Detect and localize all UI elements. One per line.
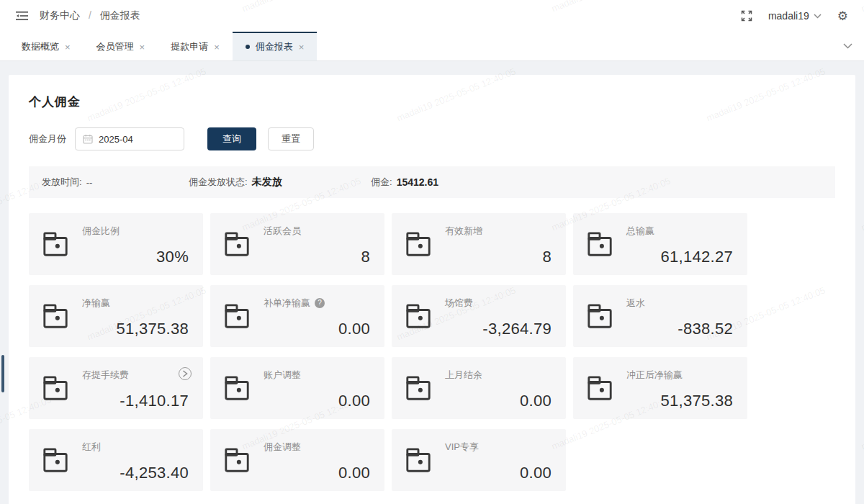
tab-bar: 数据概览×会员管理×提款申请×佣金报表× — [0, 32, 864, 61]
stat-card-value: 51,375.38 — [660, 392, 733, 410]
stat-card-grid: 佣金比例 ? 30% 活跃会员 ? 8 有效新增 ? — [29, 213, 835, 491]
wallet-icon — [586, 230, 613, 258]
issue-time: 发放时间: -- — [29, 176, 176, 189]
stat-card-label: 场馆费 — [445, 297, 473, 310]
stat-card-label: 净输赢 — [82, 297, 110, 310]
stat-card: 返水 ? -838.52 — [573, 285, 747, 347]
issue-status-label: 佣金发放状态: — [189, 176, 248, 189]
stat-card-label: 冲正后净输赢 — [626, 369, 683, 382]
tab-label: 提款申请 — [171, 40, 208, 53]
tab-close-icon[interactable]: × — [140, 42, 145, 52]
stat-card-value: 0.00 — [338, 320, 370, 338]
wallet-icon — [42, 230, 69, 258]
stat-card-label: 返水 — [626, 297, 645, 310]
month-picker[interactable]: 2025-04 — [75, 127, 184, 150]
tab-close-icon[interactable]: × — [214, 42, 220, 52]
wallet-icon — [405, 302, 432, 330]
stat-card-label: 补单净输赢 — [264, 297, 310, 310]
commission-value: 15412.61 — [397, 176, 438, 188]
stat-card-value: 0.00 — [520, 464, 552, 482]
stat-card-value: -4,253.40 — [120, 464, 189, 482]
chevron-down-icon — [814, 14, 822, 19]
fullscreen-icon[interactable] — [741, 10, 752, 22]
commission-panel: 个人佣金 佣金月份 2025-04 查询 重置 发放时间: -- — [9, 75, 855, 504]
stat-card-value: 8 — [542, 248, 552, 266]
menu-fold-icon[interactable] — [16, 11, 28, 21]
tab-1[interactable]: 会员管理× — [84, 32, 158, 60]
stat-card: 佣金比例 ? 30% — [29, 213, 203, 275]
stat-card-label: VIP专享 — [445, 441, 479, 454]
wallet-icon — [223, 302, 251, 330]
issue-time-value: -- — [86, 177, 93, 188]
stat-card-value: -1,410.17 — [120, 392, 189, 410]
wallet-icon — [405, 230, 432, 258]
stat-card-label: 总输赢 — [626, 225, 654, 238]
tabbar-chevron-down-icon[interactable] — [843, 32, 852, 60]
summary-bar: 发放时间: -- 佣金发放状态: 未发放 佣金: 15412.61 — [29, 166, 835, 198]
wallet-icon — [42, 302, 69, 330]
wallet-icon — [586, 374, 613, 402]
top-bar: 财务中心 / 佣金报表 madali19 ⚙ — [0, 0, 864, 32]
content-background: 个人佣金 佣金月份 2025-04 查询 重置 发放时间: -- — [0, 62, 864, 504]
stat-card-value: 8 — [361, 248, 370, 266]
tab-label: 数据概览 — [22, 40, 59, 53]
help-icon[interactable]: ? — [315, 298, 325, 308]
issue-status-value: 未发放 — [252, 176, 282, 189]
stat-card-label: 红利 — [82, 441, 101, 454]
stat-card-value: -838.52 — [678, 320, 733, 338]
filter-form: 佣金月份 2025-04 查询 重置 — [29, 127, 835, 150]
tab-close-icon[interactable]: × — [299, 42, 305, 52]
stat-card: 红利 ? -4,253.40 — [29, 429, 203, 491]
stat-card-label: 佣金调整 — [264, 441, 301, 454]
stat-card-value: 61,142.27 — [660, 248, 733, 266]
stat-card-label: 佣金比例 — [82, 225, 120, 238]
tab-label: 会员管理 — [96, 40, 134, 53]
gear-icon[interactable]: ⚙ — [837, 10, 848, 22]
issue-time-label: 发放时间: — [42, 176, 82, 189]
stat-card-label: 有效新增 — [445, 225, 482, 238]
stat-card: 活跃会员 ? 8 — [210, 213, 384, 275]
breadcrumb: 财务中心 / 佣金报表 — [40, 9, 140, 22]
query-button[interactable]: 查询 — [207, 127, 256, 150]
stat-card: 净输赢 ? 51,375.38 — [29, 285, 203, 347]
tab-0[interactable]: 数据概览× — [9, 32, 84, 60]
calendar-icon — [83, 134, 93, 144]
stat-card-value: 51,375.38 — [116, 320, 189, 338]
tab-2[interactable]: 提款申请× — [158, 32, 233, 60]
active-tab-dot — [246, 45, 250, 49]
wallet-icon — [223, 230, 251, 258]
expand-icon[interactable] — [179, 367, 192, 380]
stat-card: VIP专享 ? 0.00 — [392, 429, 566, 491]
breadcrumb-current: 佣金报表 — [100, 9, 140, 21]
reset-button[interactable]: 重置 — [268, 127, 314, 150]
commission-label: 佣金: — [371, 176, 392, 189]
wallet-icon — [223, 374, 251, 402]
wallet-icon — [405, 374, 432, 402]
wallet-icon — [586, 302, 613, 330]
stat-card: 上月结余 ? 0.00 — [392, 357, 566, 419]
user-menu[interactable]: madali19 — [768, 10, 822, 22]
stat-card: 账户调整 ? 0.00 — [210, 357, 384, 419]
stat-card: 补单净输赢 ? 0.00 — [210, 285, 384, 347]
breadcrumb-separator: / — [89, 9, 91, 21]
stat-card-value: 30% — [156, 248, 189, 266]
tab-close-icon[interactable]: × — [65, 42, 71, 52]
stat-card: 存提手续费 ? -1,410.17 — [29, 357, 203, 419]
tab-label: 佣金报表 — [256, 40, 293, 53]
page-title: 个人佣金 — [9, 75, 855, 110]
wallet-icon — [42, 374, 69, 402]
stat-card-label: 存提手续费 — [82, 369, 129, 382]
stat-card-label: 活跃会员 — [264, 225, 301, 238]
stat-card: 冲正后净输赢 ? 51,375.38 — [573, 357, 747, 419]
left-scroll-indicator[interactable] — [1, 355, 4, 392]
wallet-icon — [42, 446, 69, 474]
stat-card-value: 0.00 — [338, 392, 370, 410]
stat-card-label: 账户调整 — [264, 369, 301, 382]
stat-card-value: 0.00 — [520, 392, 552, 410]
stat-card-value: 0.00 — [338, 464, 370, 482]
username: madali19 — [768, 10, 809, 22]
breadcrumb-parent[interactable]: 财务中心 — [40, 9, 80, 21]
wallet-icon — [223, 446, 251, 474]
tab-3-active[interactable]: 佣金报表× — [233, 32, 318, 60]
month-value: 2025-04 — [99, 134, 133, 145]
